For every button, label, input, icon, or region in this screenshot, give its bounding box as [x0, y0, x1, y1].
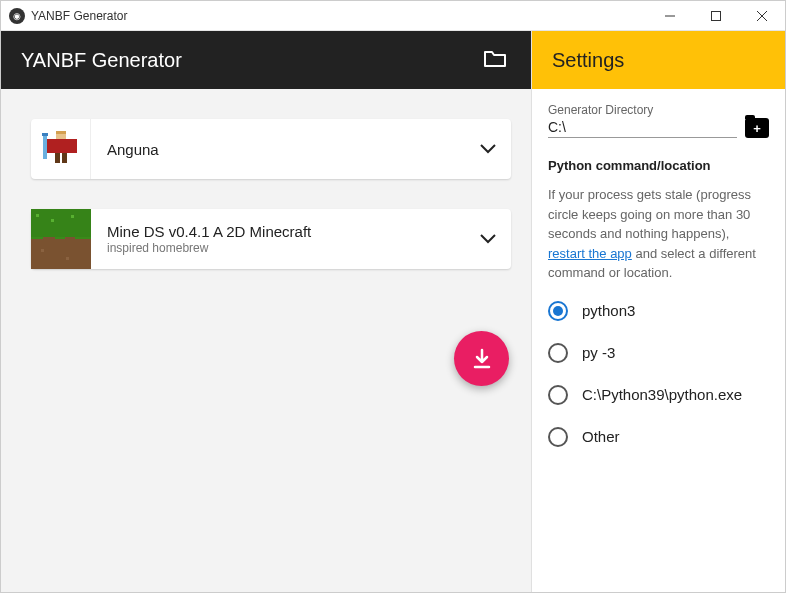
download-icon	[471, 348, 493, 370]
list-item[interactable]: Mine DS v0.4.1 A 2D Minecraft inspired h…	[31, 209, 511, 269]
window-controls	[647, 1, 785, 30]
restart-app-link[interactable]: restart the app	[548, 246, 632, 261]
maximize-icon	[711, 11, 721, 21]
sprite-icon	[41, 129, 81, 169]
svg-rect-5	[56, 131, 66, 134]
settings-title: Settings	[532, 31, 785, 89]
svg-rect-6	[51, 139, 71, 153]
add-folder-button[interactable]: +	[745, 118, 769, 138]
radio-icon	[548, 385, 568, 405]
close-button[interactable]	[739, 1, 785, 30]
directory-input[interactable]: C:\	[548, 119, 737, 138]
radio-icon	[548, 427, 568, 447]
app-header: YANBF Generator	[1, 31, 531, 89]
app-title: YANBF Generator	[21, 49, 182, 72]
sprite-icon	[31, 209, 91, 269]
svg-rect-1	[712, 11, 721, 20]
svg-rect-19	[36, 214, 39, 217]
list-item[interactable]: Anguna	[31, 119, 511, 179]
window-title: YANBF Generator	[31, 9, 127, 23]
close-icon	[757, 11, 767, 21]
radio-option-python3[interactable]: python3	[548, 301, 769, 321]
svg-rect-18	[31, 209, 91, 237]
svg-rect-8	[62, 153, 67, 163]
item-title: Anguna	[107, 141, 449, 158]
app-icon: ◉	[9, 8, 25, 24]
directory-label: Generator Directory	[548, 103, 769, 117]
help-text: If your process gets stale (progress cir…	[548, 185, 769, 283]
chevron-down-icon	[480, 234, 496, 244]
radio-option-py3[interactable]: py -3	[548, 343, 769, 363]
minimize-button[interactable]	[647, 1, 693, 30]
svg-rect-23	[66, 257, 69, 260]
radio-icon	[548, 343, 568, 363]
item-subtitle: inspired homebrew	[107, 241, 449, 255]
item-thumbnail	[31, 209, 91, 269]
radio-option-other[interactable]: Other	[548, 427, 769, 447]
radio-option-path[interactable]: C:\Python39\python.exe	[548, 385, 769, 405]
python-section-title: Python command/location	[548, 158, 769, 173]
window-titlebar: ◉ YANBF Generator	[1, 1, 785, 31]
settings-panel: Settings Generator Directory C:\ + Pytho…	[531, 31, 785, 592]
plus-icon: +	[753, 122, 761, 135]
radio-label: python3	[582, 302, 635, 319]
download-fab[interactable]	[454, 331, 509, 386]
python-radio-group: python3 py -3 C:\Python39\python.exe Oth…	[548, 301, 769, 447]
minimize-icon	[665, 11, 675, 21]
svg-rect-21	[71, 215, 74, 218]
radio-icon	[548, 301, 568, 321]
open-folder-button[interactable]	[483, 48, 507, 72]
help-pre: If your process gets stale (progress cir…	[548, 187, 751, 241]
radio-label: C:\Python39\python.exe	[582, 386, 742, 403]
main-panel: YANBF Generator	[1, 31, 531, 592]
item-body: Mine DS v0.4.1 A 2D Minecraft inspired h…	[91, 223, 465, 255]
chevron-down-icon	[480, 144, 496, 154]
titlebar-left: ◉ YANBF Generator	[9, 8, 127, 24]
item-thumbnail	[31, 119, 91, 179]
item-body: Anguna	[91, 141, 465, 158]
svg-rect-12	[42, 133, 48, 136]
maximize-button[interactable]	[693, 1, 739, 30]
svg-rect-7	[55, 153, 60, 163]
svg-rect-22	[41, 249, 44, 252]
svg-rect-10	[71, 139, 77, 153]
folder-icon	[483, 48, 507, 68]
radio-label: Other	[582, 428, 620, 445]
item-title: Mine DS v0.4.1 A 2D Minecraft	[107, 223, 449, 240]
expand-button[interactable]	[465, 144, 511, 154]
svg-rect-11	[43, 135, 47, 159]
radio-label: py -3	[582, 344, 615, 361]
items-list: Anguna	[1, 89, 531, 289]
svg-rect-20	[51, 219, 54, 222]
expand-button[interactable]	[465, 234, 511, 244]
